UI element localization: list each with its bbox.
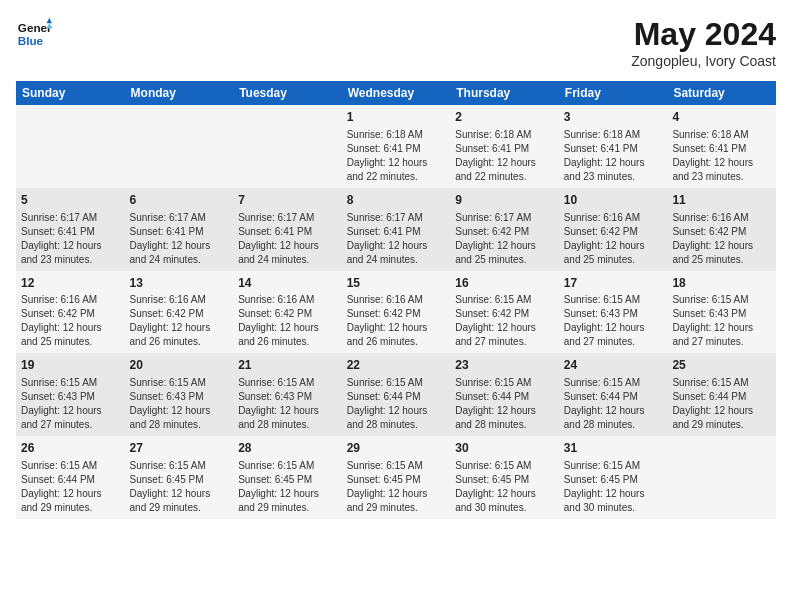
day-info: Sunrise: 6:18 AMSunset: 6:41 PMDaylight:…: [347, 128, 446, 184]
day-info: Sunrise: 6:16 AMSunset: 6:42 PMDaylight:…: [672, 211, 771, 267]
day-cell: 27Sunrise: 6:15 AMSunset: 6:45 PMDayligh…: [125, 436, 234, 519]
day-cell: [125, 105, 234, 188]
day-number: 14: [238, 275, 337, 292]
day-number: 28: [238, 440, 337, 457]
day-cell: [16, 105, 125, 188]
day-number: 30: [455, 440, 554, 457]
day-info: Sunrise: 6:18 AMSunset: 6:41 PMDaylight:…: [455, 128, 554, 184]
weekday-header-wednesday: Wednesday: [342, 81, 451, 105]
day-cell: 8Sunrise: 6:17 AMSunset: 6:41 PMDaylight…: [342, 188, 451, 271]
day-number: 26: [21, 440, 120, 457]
day-number: 27: [130, 440, 229, 457]
day-cell: 28Sunrise: 6:15 AMSunset: 6:45 PMDayligh…: [233, 436, 342, 519]
day-number: 12: [21, 275, 120, 292]
day-cell: 25Sunrise: 6:15 AMSunset: 6:44 PMDayligh…: [667, 353, 776, 436]
weekday-header-saturday: Saturday: [667, 81, 776, 105]
day-info: Sunrise: 6:15 AMSunset: 6:43 PMDaylight:…: [672, 293, 771, 349]
day-number: 31: [564, 440, 663, 457]
day-info: Sunrise: 6:16 AMSunset: 6:42 PMDaylight:…: [130, 293, 229, 349]
day-cell: 9Sunrise: 6:17 AMSunset: 6:42 PMDaylight…: [450, 188, 559, 271]
day-cell: 18Sunrise: 6:15 AMSunset: 6:43 PMDayligh…: [667, 271, 776, 354]
day-number: 23: [455, 357, 554, 374]
title-block: May 2024 Zongopleu, Ivory Coast: [631, 16, 776, 69]
day-number: 8: [347, 192, 446, 209]
day-cell: 24Sunrise: 6:15 AMSunset: 6:44 PMDayligh…: [559, 353, 668, 436]
day-info: Sunrise: 6:16 AMSunset: 6:42 PMDaylight:…: [238, 293, 337, 349]
day-number: 10: [564, 192, 663, 209]
day-cell: 10Sunrise: 6:16 AMSunset: 6:42 PMDayligh…: [559, 188, 668, 271]
day-info: Sunrise: 6:15 AMSunset: 6:43 PMDaylight:…: [130, 376, 229, 432]
day-number: 5: [21, 192, 120, 209]
day-number: 25: [672, 357, 771, 374]
day-number: 11: [672, 192, 771, 209]
day-number: 2: [455, 109, 554, 126]
logo: General Blue: [16, 16, 52, 52]
day-cell: 17Sunrise: 6:15 AMSunset: 6:43 PMDayligh…: [559, 271, 668, 354]
day-info: Sunrise: 6:15 AMSunset: 6:44 PMDaylight:…: [672, 376, 771, 432]
location-subtitle: Zongopleu, Ivory Coast: [631, 53, 776, 69]
day-cell: 2Sunrise: 6:18 AMSunset: 6:41 PMDaylight…: [450, 105, 559, 188]
day-cell: 5Sunrise: 6:17 AMSunset: 6:41 PMDaylight…: [16, 188, 125, 271]
day-number: 29: [347, 440, 446, 457]
day-info: Sunrise: 6:15 AMSunset: 6:43 PMDaylight:…: [21, 376, 120, 432]
day-number: 19: [21, 357, 120, 374]
weekday-header-friday: Friday: [559, 81, 668, 105]
day-number: 1: [347, 109, 446, 126]
day-number: 4: [672, 109, 771, 126]
day-cell: [667, 436, 776, 519]
day-info: Sunrise: 6:15 AMSunset: 6:44 PMDaylight:…: [564, 376, 663, 432]
day-info: Sunrise: 6:15 AMSunset: 6:43 PMDaylight:…: [564, 293, 663, 349]
day-info: Sunrise: 6:17 AMSunset: 6:41 PMDaylight:…: [347, 211, 446, 267]
day-cell: 3Sunrise: 6:18 AMSunset: 6:41 PMDaylight…: [559, 105, 668, 188]
day-number: 17: [564, 275, 663, 292]
day-cell: 14Sunrise: 6:16 AMSunset: 6:42 PMDayligh…: [233, 271, 342, 354]
day-number: 22: [347, 357, 446, 374]
weekday-header-row: SundayMondayTuesdayWednesdayThursdayFrid…: [16, 81, 776, 105]
day-number: 13: [130, 275, 229, 292]
week-row-5: 26Sunrise: 6:15 AMSunset: 6:44 PMDayligh…: [16, 436, 776, 519]
day-cell: 4Sunrise: 6:18 AMSunset: 6:41 PMDaylight…: [667, 105, 776, 188]
day-info: Sunrise: 6:17 AMSunset: 6:41 PMDaylight:…: [130, 211, 229, 267]
day-cell: 1Sunrise: 6:18 AMSunset: 6:41 PMDaylight…: [342, 105, 451, 188]
day-cell: 21Sunrise: 6:15 AMSunset: 6:43 PMDayligh…: [233, 353, 342, 436]
day-info: Sunrise: 6:17 AMSunset: 6:41 PMDaylight:…: [21, 211, 120, 267]
day-info: Sunrise: 6:15 AMSunset: 6:45 PMDaylight:…: [347, 459, 446, 515]
day-cell: 7Sunrise: 6:17 AMSunset: 6:41 PMDaylight…: [233, 188, 342, 271]
logo-icon: General Blue: [16, 16, 52, 52]
day-cell: 15Sunrise: 6:16 AMSunset: 6:42 PMDayligh…: [342, 271, 451, 354]
day-cell: 29Sunrise: 6:15 AMSunset: 6:45 PMDayligh…: [342, 436, 451, 519]
day-cell: 12Sunrise: 6:16 AMSunset: 6:42 PMDayligh…: [16, 271, 125, 354]
day-cell: 31Sunrise: 6:15 AMSunset: 6:45 PMDayligh…: [559, 436, 668, 519]
day-cell: 26Sunrise: 6:15 AMSunset: 6:44 PMDayligh…: [16, 436, 125, 519]
day-info: Sunrise: 6:15 AMSunset: 6:43 PMDaylight:…: [238, 376, 337, 432]
day-number: 15: [347, 275, 446, 292]
day-number: 21: [238, 357, 337, 374]
day-info: Sunrise: 6:16 AMSunset: 6:42 PMDaylight:…: [21, 293, 120, 349]
day-info: Sunrise: 6:15 AMSunset: 6:44 PMDaylight:…: [455, 376, 554, 432]
day-info: Sunrise: 6:18 AMSunset: 6:41 PMDaylight:…: [672, 128, 771, 184]
day-number: 7: [238, 192, 337, 209]
day-info: Sunrise: 6:16 AMSunset: 6:42 PMDaylight:…: [564, 211, 663, 267]
day-info: Sunrise: 6:18 AMSunset: 6:41 PMDaylight:…: [564, 128, 663, 184]
day-cell: 30Sunrise: 6:15 AMSunset: 6:45 PMDayligh…: [450, 436, 559, 519]
day-info: Sunrise: 6:15 AMSunset: 6:45 PMDaylight:…: [455, 459, 554, 515]
day-info: Sunrise: 6:15 AMSunset: 6:44 PMDaylight:…: [347, 376, 446, 432]
day-cell: 13Sunrise: 6:16 AMSunset: 6:42 PMDayligh…: [125, 271, 234, 354]
weekday-header-tuesday: Tuesday: [233, 81, 342, 105]
week-row-1: 1Sunrise: 6:18 AMSunset: 6:41 PMDaylight…: [16, 105, 776, 188]
day-cell: [233, 105, 342, 188]
day-cell: 19Sunrise: 6:15 AMSunset: 6:43 PMDayligh…: [16, 353, 125, 436]
page-header: General Blue May 2024 Zongopleu, Ivory C…: [16, 16, 776, 69]
weekday-header-thursday: Thursday: [450, 81, 559, 105]
weekday-header-monday: Monday: [125, 81, 234, 105]
day-info: Sunrise: 6:15 AMSunset: 6:45 PMDaylight:…: [238, 459, 337, 515]
day-number: 3: [564, 109, 663, 126]
day-info: Sunrise: 6:17 AMSunset: 6:42 PMDaylight:…: [455, 211, 554, 267]
day-cell: 16Sunrise: 6:15 AMSunset: 6:42 PMDayligh…: [450, 271, 559, 354]
day-info: Sunrise: 6:15 AMSunset: 6:45 PMDaylight:…: [564, 459, 663, 515]
day-number: 24: [564, 357, 663, 374]
day-cell: 11Sunrise: 6:16 AMSunset: 6:42 PMDayligh…: [667, 188, 776, 271]
svg-text:Blue: Blue: [18, 34, 44, 47]
week-row-4: 19Sunrise: 6:15 AMSunset: 6:43 PMDayligh…: [16, 353, 776, 436]
calendar-table: SundayMondayTuesdayWednesdayThursdayFrid…: [16, 81, 776, 519]
